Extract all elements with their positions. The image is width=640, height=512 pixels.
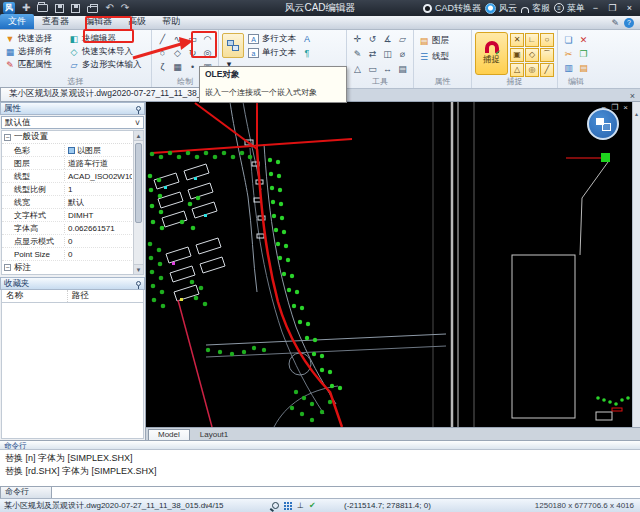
- line-icon[interactable]: ╱: [155, 32, 170, 46]
- snap-perpendicular-icon[interactable]: ∟: [525, 33, 539, 47]
- spline-icon[interactable]: ζ: [155, 60, 170, 74]
- swap-tool-icon[interactable]: ⇄: [365, 47, 380, 62]
- draft-status-icon[interactable]: ✔: [309, 501, 316, 510]
- ellipse-icon[interactable]: ◇: [170, 46, 185, 60]
- prop-row-ltscale[interactable]: 线型比例 1: [2, 183, 132, 196]
- collapse-arrow-icon[interactable]: ▴: [635, 111, 638, 117]
- command-history[interactable]: 替换 [n] 字体为 [SIMPLEX.SHX] 替换 [rd.SHX] 字体为…: [0, 450, 640, 486]
- snap-node-icon[interactable]: △: [510, 63, 524, 77]
- polygon-entity-input-button[interactable]: ▱ 多边形实体输入: [67, 58, 144, 71]
- favorites-list[interactable]: [1, 303, 144, 439]
- revcloud-icon[interactable]: ↻: [185, 46, 200, 60]
- copy-icon[interactable]: ❏: [561, 33, 576, 47]
- navigation-compass-button[interactable]: [587, 108, 619, 140]
- rotate-tool-icon[interactable]: ↺: [365, 32, 380, 47]
- tab-layout1[interactable]: Layout1: [191, 430, 237, 440]
- snap-midpoint-icon[interactable]: ◇: [525, 48, 539, 62]
- tab-advanced[interactable]: 高级: [120, 14, 154, 29]
- save-icon[interactable]: [55, 4, 64, 13]
- angle-tool-icon[interactable]: ∡: [380, 32, 395, 47]
- document-close-icon[interactable]: ×: [625, 91, 640, 101]
- rectangle-icon[interactable]: ▭: [185, 32, 200, 46]
- command-line-header[interactable]: 命令行: [0, 440, 640, 450]
- favorites-panel-header[interactable]: 收藏夹: [0, 277, 145, 290]
- diameter-tool-icon[interactable]: ⌀: [395, 47, 410, 62]
- property-scrollbar[interactable]: ▲ ▼: [133, 131, 143, 274]
- snap-endpoint-icon[interactable]: ▣: [510, 48, 524, 62]
- donut-icon[interactable]: ◎: [200, 46, 215, 60]
- scrollbar-thumb[interactable]: [135, 143, 142, 223]
- save-as-icon[interactable]: [71, 4, 80, 13]
- snap-quadrant-icon[interactable]: ◎: [525, 63, 539, 77]
- snap-intersection-icon[interactable]: ✕: [510, 33, 524, 47]
- layer-tool-icon[interactable]: ▤: [395, 62, 410, 77]
- menu-button[interactable]: ≡ 菜单: [554, 2, 585, 15]
- ortho-status-icon[interactable]: ⊥: [297, 501, 304, 510]
- canvas-minimize-icon[interactable]: −: [601, 103, 606, 112]
- minimize-button[interactable]: −: [589, 3, 602, 13]
- box-tool-icon[interactable]: ▭: [365, 62, 380, 77]
- select-all-button[interactable]: ▦ 选择所有: [3, 45, 65, 58]
- mtext-button[interactable]: A 多行文本: [246, 32, 298, 46]
- undo-icon[interactable]: ↶: [105, 2, 113, 14]
- tab-help[interactable]: 帮助: [154, 14, 188, 29]
- command-input[interactable]: [52, 486, 640, 498]
- prop-row-pointmode[interactable]: 点显示模式 0: [2, 235, 132, 248]
- snap-toggle-button[interactable]: 捕捉: [475, 32, 508, 75]
- properties-panel-header[interactable]: 属性: [0, 102, 145, 115]
- pen-dropdown-icon[interactable]: ✎: [611, 18, 619, 28]
- drawing-canvas[interactable]: − ❐ × ▴ Model Layout1: [146, 102, 640, 440]
- grid-status-icon[interactable]: [284, 502, 292, 510]
- tab-model[interactable]: Model: [148, 429, 190, 440]
- cad-converter-button[interactable]: CAD转换器: [423, 2, 481, 15]
- section-dimension[interactable]: − 标注: [2, 261, 132, 274]
- scroll-up-icon[interactable]: ▲: [134, 131, 143, 141]
- block-editor-button[interactable]: ◧ 块编辑器: [67, 32, 144, 45]
- stext-button[interactable]: a 单行文本: [246, 46, 298, 60]
- canvas-restore-icon[interactable]: ❐: [611, 103, 618, 112]
- copy-props-icon[interactable]: ▥: [561, 61, 576, 75]
- hatch-icon[interactable]: ▦: [170, 60, 185, 74]
- prop-row-pointsize[interactable]: Point Size 0: [2, 248, 132, 261]
- linetype-button[interactable]: ☰ 线型: [417, 50, 451, 64]
- text-extra-button[interactable]: ¶: [300, 46, 314, 60]
- skew-tool-icon[interactable]: ▱: [395, 32, 410, 47]
- new-file-icon[interactable]: ✚: [22, 2, 30, 14]
- prop-row-layer[interactable]: 图层 道路车行道: [2, 157, 132, 170]
- favorites-col-name[interactable]: 名称: [2, 290, 68, 302]
- prop-row-color[interactable]: 色彩 以图层: [2, 144, 132, 157]
- cut-icon[interactable]: ✂: [561, 47, 576, 61]
- command-prompt-label[interactable]: 命令行: [0, 486, 52, 498]
- prop-row-textheight[interactable]: 字体高 0.062661571: [2, 222, 132, 235]
- snap-center-icon[interactable]: ○: [540, 33, 554, 47]
- scroll-down-icon[interactable]: ▼: [134, 264, 143, 274]
- prop-row-linetype[interactable]: 线型 ACAD_ISO02W100: [2, 170, 132, 183]
- triangle-tool-icon[interactable]: △: [350, 62, 365, 77]
- tab-viewer[interactable]: 查看器: [34, 14, 77, 29]
- layer-button[interactable]: ▤ 图层: [417, 34, 451, 48]
- close-button[interactable]: ×: [623, 3, 636, 13]
- maximize-button[interactable]: ❐: [606, 3, 619, 13]
- snap-tangent-icon[interactable]: ⌒: [540, 48, 554, 62]
- mirror-tool-icon[interactable]: ◫: [380, 47, 395, 62]
- edit-tool-icon[interactable]: ✎: [350, 47, 365, 62]
- arc-icon[interactable]: ◠: [200, 32, 215, 46]
- quick-entity-import-button[interactable]: ◇ 快速实体导入: [67, 45, 144, 58]
- match-properties-button[interactable]: ✎ 匹配属性: [3, 58, 65, 71]
- pin-icon[interactable]: [136, 106, 141, 111]
- point-icon[interactable]: •: [185, 60, 200, 74]
- help-icon[interactable]: ?: [624, 18, 634, 28]
- open-file-icon[interactable]: [37, 4, 48, 12]
- tab-editor[interactable]: 编辑器: [77, 14, 120, 29]
- paste-special-icon[interactable]: ▤: [576, 61, 591, 75]
- snap-nearest-icon[interactable]: ╱: [540, 63, 554, 77]
- section-general[interactable]: − 一般设置: [2, 131, 132, 144]
- text-style-button[interactable]: A: [300, 32, 314, 46]
- preset-dropdown[interactable]: 默认值 ˅: [1, 116, 144, 129]
- print-icon[interactable]: [87, 6, 98, 13]
- stretch-tool-icon[interactable]: ↔: [380, 62, 395, 77]
- right-collapse-strip[interactable]: ▴: [632, 102, 640, 427]
- move-tool-icon[interactable]: ✛: [350, 32, 365, 47]
- delete-icon[interactable]: ✕: [576, 33, 591, 47]
- prop-row-textstyle[interactable]: 文字样式 DIMHT: [2, 209, 132, 222]
